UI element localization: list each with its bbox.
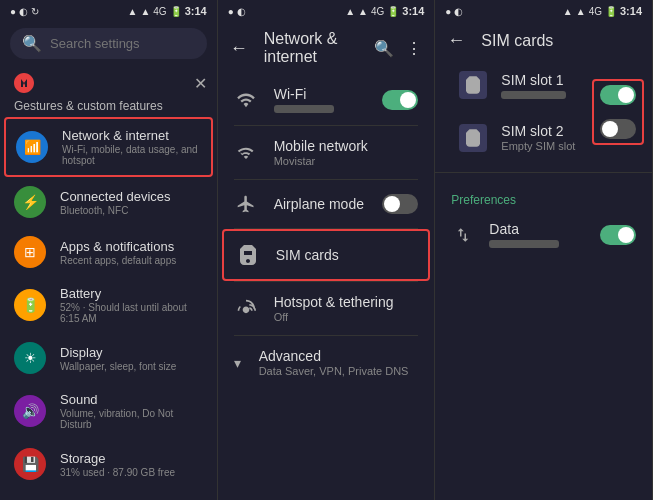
p2-battery-icon: 🔋 (387, 6, 399, 17)
wifi-net-subtitle (274, 105, 334, 113)
sim-slot-2[interactable]: SIM slot 2 Empty SIM slot (443, 111, 592, 164)
dnd-icon: ◐ (19, 6, 28, 17)
sim-slot-1-toggle[interactable] (600, 85, 636, 105)
storage-subtitle: 31% used · 87.90 GB free (60, 467, 175, 478)
signal-icon: ▲ (127, 6, 137, 17)
section-title: Gestures & custom features (0, 97, 217, 117)
preferences-label: Preferences (435, 181, 652, 211)
network-list: Wi-Fi Mobile network Movistar (218, 74, 435, 500)
hotspot-net-subtitle: Off (274, 311, 394, 323)
simcards-header-title: SIM cards (481, 32, 640, 50)
sound-icon-circle: 🔊 (14, 395, 46, 427)
settings-item-network[interactable]: 📶 Network & internet Wi-Fi, mobile, data… (4, 117, 213, 177)
motorola-logo (10, 69, 38, 97)
sim-slot-1-title: SIM slot 1 (501, 72, 566, 88)
mobile-net-text: Mobile network Movistar (274, 138, 368, 167)
sound-title: Sound (60, 392, 203, 407)
sim-slot-2-toggle[interactable] (600, 119, 636, 139)
wifi-toggle[interactable] (382, 90, 418, 110)
airplane-toggle[interactable] (382, 194, 418, 214)
p2-dnd-icon: ◐ (237, 6, 246, 17)
apps-text: Apps & notifications Recent apps, defaul… (60, 239, 176, 266)
hotspot-net-icon (234, 297, 258, 321)
data-text: Data (489, 221, 559, 248)
sound-text: Sound Volume, vibration, Do Not Disturb (60, 392, 203, 430)
network-item-hotspot[interactable]: Hotspot & tethering Off (218, 282, 435, 335)
data-toggle[interactable] (600, 225, 636, 245)
simcards-net-text: SIM cards (276, 247, 339, 263)
sim-slot-2-text: SIM slot 2 Empty SIM slot (501, 123, 575, 152)
p2-status-right: ▲ ▲ 4G 🔋 3:14 (345, 5, 424, 17)
data-subtitle (489, 240, 559, 248)
settings-item-apps[interactable]: ⊞ Apps & notifications Recent apps, defa… (0, 227, 217, 277)
p3-dot-icon: ● (445, 6, 451, 17)
simcard-net-icon (236, 243, 260, 267)
sim-slot-1[interactable]: SIM slot 1 (443, 59, 592, 111)
panel-settings: ● ◐ ↻ ▲ ▲ 4G 🔋 3:14 🔍 ✕ Gestures & custo… (0, 0, 218, 500)
advanced-net-title: Advanced (259, 348, 409, 364)
settings-item-sound[interactable]: 🔊 Sound Volume, vibration, Do Not Distur… (0, 383, 217, 439)
settings-item-battery[interactable]: 🔋 Battery 52% · Should last until about … (0, 277, 217, 333)
sim-slots-list: SIM slot 1 SIM slot 2 Empty SIM slot (443, 59, 592, 164)
network-item-mobile[interactable]: Mobile network Movistar (218, 126, 435, 179)
storage-icon-circle: 💾 (14, 448, 46, 480)
display-icon-circle: ☀ (14, 342, 46, 374)
back-arrow-network[interactable]: ← (230, 38, 254, 59)
status-right-icons: ▲ ▲ 4G 🔋 3:14 (127, 5, 206, 17)
search-input[interactable] (50, 36, 218, 51)
network-header: ← Network & internet 🔍 ⋮ (218, 22, 435, 74)
simcards-header: ← SIM cards (435, 22, 652, 59)
settings-item-display[interactable]: ☀ Display Wallpaper, sleep, font size (0, 333, 217, 383)
sim-divider (435, 172, 652, 173)
status-bar-3: ● ◐ ▲ ▲ 4G 🔋 3:14 (435, 0, 652, 22)
p2-clock: 3:14 (402, 5, 424, 17)
advanced-net-subtitle: Data Saver, VPN, Private DNS (259, 365, 409, 377)
display-title: Display (60, 345, 176, 360)
status-bar-2: ● ◐ ▲ ▲ 4G 🔋 3:14 (218, 0, 435, 22)
airplane-net-text: Airplane mode (274, 196, 364, 212)
sim-slot-2-subtitle: Empty SIM slot (501, 140, 575, 152)
settings-item-privacy[interactable]: 🔒 Privacy Permissions, account activity,… (0, 489, 217, 500)
settings-item-connected[interactable]: ⚡ Connected devices Bluetooth, NFC (0, 177, 217, 227)
back-arrow-sim[interactable]: ← (447, 30, 471, 51)
airplane-net-title: Airplane mode (274, 196, 364, 212)
storage-icon: 💾 (22, 456, 39, 472)
data-preference-item[interactable]: Data (435, 211, 652, 258)
settings-item-storage[interactable]: 💾 Storage 31% used · 87.90 GB free (0, 439, 217, 489)
display-icon: ☀ (24, 350, 37, 366)
network-item-advanced[interactable]: ▾ Advanced Data Saver, VPN, Private DNS (218, 336, 435, 389)
battery-text: Battery 52% · Should last until about 6:… (60, 286, 203, 324)
display-subtitle: Wallpaper, sleep, font size (60, 361, 176, 372)
p2-status-left: ● ◐ (228, 6, 246, 17)
p2-signal-icon: ▲ (345, 6, 355, 17)
p3-dnd-icon: ◐ (454, 6, 463, 17)
display-text: Display Wallpaper, sleep, font size (60, 345, 176, 372)
p3-wifi-icon: ▲ (576, 6, 586, 17)
status-left-icons: ● ◐ ↻ (10, 6, 39, 17)
sim-slot-2-number (459, 124, 487, 152)
battery-subtitle: 52% · Should last until about 6:15 AM (60, 302, 203, 324)
search-header-icon[interactable]: 🔍 (374, 39, 394, 58)
network-item-simcards[interactable]: SIM cards (222, 229, 431, 281)
data-title: Data (489, 221, 559, 237)
connected-icon-circle: ⚡ (14, 186, 46, 218)
storage-title: Storage (60, 451, 175, 466)
sound-subtitle: Volume, vibration, Do Not Disturb (60, 408, 203, 430)
p3-status-left: ● ◐ (445, 6, 463, 17)
storage-text: Storage 31% used · 87.90 GB free (60, 451, 175, 478)
connected-text: Connected devices Bluetooth, NFC (60, 189, 171, 216)
more-options-icon[interactable]: ⋮ (406, 39, 422, 58)
search-bar[interactable]: 🔍 (10, 28, 207, 59)
p3-battery-icon: 🔋 (605, 6, 617, 17)
settings-list: 📶 Network & internet Wi-Fi, mobile, data… (0, 117, 217, 500)
battery-icon-circle: 🔋 (14, 289, 46, 321)
close-icon[interactable]: ✕ (194, 74, 207, 93)
airplane-net-icon (234, 192, 258, 216)
mobile-net-icon (234, 141, 258, 165)
p3-status-right: ▲ ▲ 4G 🔋 3:14 (563, 5, 642, 17)
sim-slot-1-number (459, 71, 487, 99)
network-item-wifi[interactable]: Wi-Fi (218, 74, 435, 125)
network-item-airplane[interactable]: Airplane mode (218, 180, 435, 228)
mobile-net-title: Mobile network (274, 138, 368, 154)
p3-network-icon: 4G (589, 6, 602, 17)
